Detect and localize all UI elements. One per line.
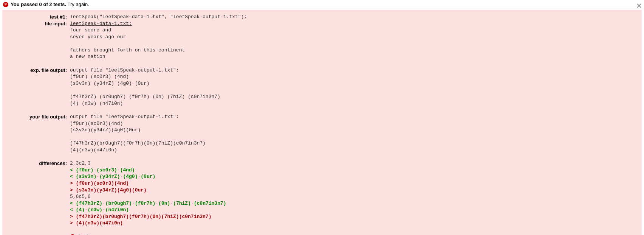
- exp-output-header: output file "leetSpeak-output-1.txt":: [70, 67, 179, 73]
- row-test-call: test #1: leetSpeak("leetSpeak-data-1.txt…: [8, 14, 636, 20]
- file-input-content: four score and seven years ago our fathe…: [70, 27, 185, 59]
- test-panel: test #1: leetSpeak("leetSpeak-data-1.txt…: [2, 10, 642, 235]
- label-exp-output: exp. file output:: [8, 67, 70, 74]
- your-output-content: (f0ur)(sc0r3)(4nd) (s3v3n)(y34rZ)(4g0)(0…: [70, 121, 206, 153]
- label-result: result:: [8, 233, 70, 235]
- status-bold: You passed 0 of 2 tests.: [11, 2, 66, 7]
- label-test: test #1:: [8, 14, 70, 20]
- file-input-link[interactable]: leetSpeak-data-1.txt:: [70, 21, 132, 26]
- error-icon: [3, 2, 8, 7]
- exp-output-content: (f0ur) (sc0r3) (4nd) (s3v3n) (y34rZ) (4g…: [70, 74, 220, 106]
- label-file-input: file input:: [8, 20, 70, 27]
- row-exp-output: exp. file output: output file "leetSpeak…: [8, 67, 636, 107]
- your-output-header: output file "leetSpeak-output-1.txt":: [70, 114, 179, 120]
- row-your-output: your file output: output file "leetSpeak…: [8, 114, 636, 153]
- value-file-input: leetSpeak-data-1.txt: four score and sev…: [70, 20, 636, 60]
- value-test-call: leetSpeak("leetSpeak-data-1.txt", "leetS…: [70, 14, 636, 20]
- status-message: You passed 0 of 2 tests. Try again.: [11, 2, 89, 7]
- close-icon[interactable]: [636, 3, 642, 8]
- label-differences: differences:: [8, 160, 70, 167]
- result-text: fail: [77, 233, 89, 235]
- value-differences: 2,3c2,3 < (f0ur)·(sc0r3)·(4nd) < (s3v3n)…: [70, 160, 636, 226]
- value-your-output: output file "leetSpeak-output-1.txt": (f…: [70, 114, 636, 153]
- label-your-output: your file output:: [8, 114, 70, 120]
- status-rest: Try again.: [66, 2, 89, 7]
- status-header: You passed 0 of 2 tests. Try again.: [0, 0, 644, 9]
- value-result: fail: [70, 233, 636, 235]
- value-exp-output: output file "leetSpeak-output-1.txt": (f…: [70, 67, 636, 107]
- row-differences: differences: 2,3c2,3 < (f0ur)·(sc0r3)·(4…: [8, 160, 636, 226]
- row-file-input: file input: leetSpeak-data-1.txt: four s…: [8, 20, 636, 60]
- row-result: result: fail: [8, 233, 636, 235]
